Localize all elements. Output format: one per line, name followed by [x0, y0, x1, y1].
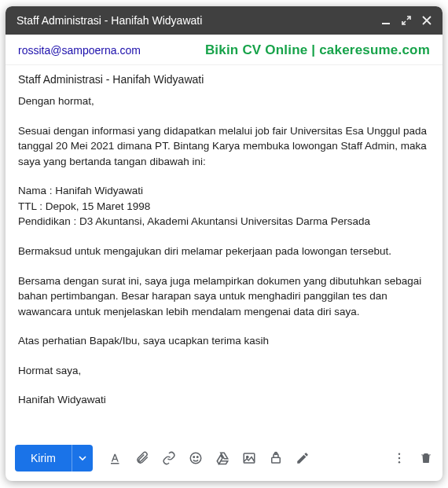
body-greeting: Dengan hormat,: [18, 94, 430, 109]
font-icon[interactable]: [108, 451, 123, 465]
body-p2: Bermaksud untuk mengajukan diri melamar …: [18, 244, 430, 259]
right-icons: [392, 451, 433, 465]
close-icon[interactable]: [422, 16, 431, 25]
titlebar: Staff Administrasi - Hanifah Widyawati: [6, 6, 442, 35]
pen-icon[interactable]: [296, 451, 310, 465]
attach-icon[interactable]: [135, 451, 149, 465]
svg-point-11: [398, 461, 400, 463]
body-pendidikan: Pendidikan : D3 Akuntansi, Akademi Akunt…: [18, 214, 430, 229]
body-area: Dengan hormat, Sesuai dengan informasi y…: [6, 94, 442, 437]
svg-point-2: [190, 453, 201, 464]
svg-point-4: [196, 457, 198, 458]
image-icon[interactable]: [242, 451, 256, 465]
window-title: Staff Administrasi - Hanifah Widyawati: [17, 14, 381, 27]
toolbar: Kirim: [6, 437, 442, 481]
drive-icon[interactable]: [215, 451, 230, 465]
watermark-text: Bikin CV Online | cakeresume.com: [141, 42, 430, 58]
recipient-email[interactable]: rossita@sampoerna.com: [18, 44, 141, 57]
confidential-icon[interactable]: [269, 451, 283, 465]
subject-field[interactable]: Staff Administrasi - Hanifah Widyawati: [6, 65, 442, 94]
body-p3: Bersama dengan surat ini, saya juga mela…: [18, 273, 430, 320]
link-icon[interactable]: [162, 451, 176, 465]
recipient-row: rossita@sampoerna.com Bikin CV Online | …: [6, 35, 442, 65]
svg-point-3: [193, 457, 195, 458]
svg-rect-0: [382, 23, 390, 24]
send-group: Kirim: [15, 445, 93, 471]
svg-point-10: [398, 457, 400, 459]
svg-rect-1: [111, 463, 119, 464]
body-signature: Hanifah Widyawati: [18, 392, 430, 408]
emoji-icon[interactable]: [189, 451, 203, 465]
svg-point-6: [247, 456, 248, 457]
send-more-button[interactable]: [72, 445, 93, 471]
body-p4: Atas perhatian Bapak/Ibu, saya ucapkan t…: [18, 333, 430, 349]
body-nama: Nama : Hanifah Widyawati: [18, 183, 430, 199]
window-controls: [381, 16, 431, 25]
format-icons: [108, 451, 310, 465]
expand-icon[interactable]: [402, 16, 411, 25]
body-closing: Hormat saya,: [18, 363, 430, 379]
email-body[interactable]: Dengan hormat, Sesuai dengan informasi y…: [18, 94, 439, 437]
minimize-icon[interactable]: [381, 16, 391, 25]
more-icon[interactable]: [392, 451, 406, 465]
body-p1: Sesuai dengan informasi yang didapatkan …: [18, 123, 430, 170]
svg-rect-7: [272, 457, 281, 463]
send-button[interactable]: Kirim: [15, 445, 72, 471]
body-ttl: TTL : Depok, 15 Maret 1998: [18, 199, 430, 215]
compose-window: Staff Administrasi - Hanifah Widyawati r…: [6, 6, 442, 481]
svg-point-9: [398, 453, 400, 455]
trash-icon[interactable]: [419, 451, 433, 465]
